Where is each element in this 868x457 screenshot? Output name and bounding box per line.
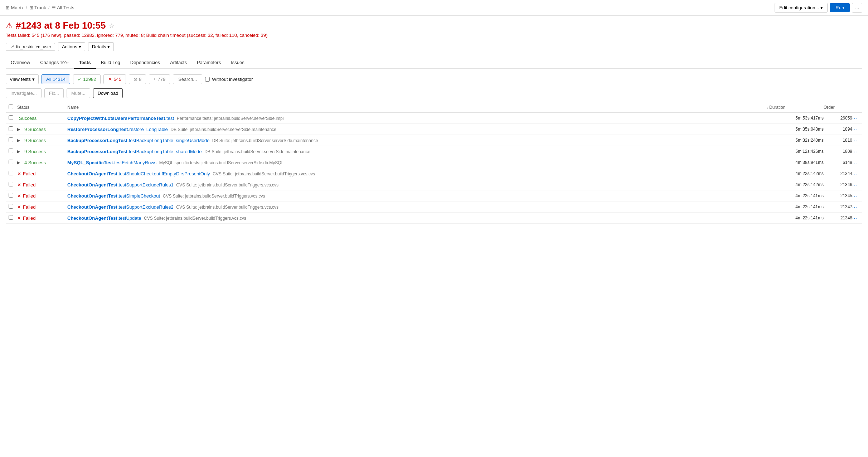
row-more-button[interactable]: ··· bbox=[852, 204, 859, 210]
row-checkbox[interactable] bbox=[9, 204, 13, 209]
tab-issues[interactable]: Issues bbox=[226, 57, 249, 69]
test-method-link[interactable]: testSupportExcludeRules2 bbox=[119, 204, 174, 210]
tab-parameters[interactable]: Parameters bbox=[192, 57, 226, 69]
row-more-button[interactable]: ··· bbox=[852, 116, 859, 121]
filter-bar: View tests ▾ All 14314 ✓ 12982 ✕ 545 ⊘ 8… bbox=[6, 74, 862, 84]
row-checkbox[interactable] bbox=[9, 115, 13, 120]
x-icon: ✕ bbox=[17, 204, 21, 210]
without-investigator-filter[interactable]: Without investigator bbox=[205, 77, 253, 82]
tab-artifacts[interactable]: Artifacts bbox=[165, 57, 192, 69]
test-method-link[interactable]: testUpdate bbox=[119, 215, 141, 221]
row-checkbox[interactable] bbox=[9, 171, 13, 175]
test-suite: CVS Suite: jetbrains.buildServer.buildTr… bbox=[176, 205, 278, 210]
details-button[interactable]: Details ▾ bbox=[88, 42, 114, 51]
mute-button[interactable]: Mute... bbox=[67, 88, 90, 98]
test-class-link[interactable]: CheckoutOnAgentTest bbox=[67, 193, 117, 199]
row-expand-col bbox=[9, 160, 17, 165]
row-more-button[interactable]: ··· bbox=[852, 182, 859, 188]
row-more-button[interactable]: ··· bbox=[852, 215, 859, 221]
row-duration: 4m:38s:941ms bbox=[766, 160, 824, 165]
row-checkbox[interactable] bbox=[9, 193, 13, 198]
row-checkbox[interactable] bbox=[9, 126, 13, 131]
test-class-link[interactable]: MySQL_SpecificTest bbox=[67, 160, 113, 165]
breadcrumb-trunk[interactable]: ⊞ Trunk bbox=[29, 5, 46, 10]
row-more-button[interactable]: ··· bbox=[852, 127, 859, 132]
without-investigator-checkbox[interactable] bbox=[205, 77, 210, 82]
details-label: Details bbox=[92, 44, 106, 49]
fix-button[interactable]: Fix... bbox=[44, 88, 64, 98]
test-class-link[interactable]: BackupProcessorLongTest bbox=[67, 138, 127, 143]
row-order: 21346 bbox=[824, 182, 852, 187]
filter-failed-button[interactable]: ✕ 545 bbox=[103, 74, 126, 84]
expand-arrow-icon[interactable]: ▶ bbox=[17, 149, 20, 154]
tab-overview[interactable]: Overview bbox=[6, 57, 35, 69]
row-checkbox[interactable] bbox=[9, 137, 13, 142]
more-actions-button[interactable]: ··· bbox=[852, 3, 862, 13]
test-method-link[interactable]: testBackupLongTable_sharedMode bbox=[129, 149, 202, 154]
main-content: ⚠ #1243 at 8 Feb 10:55 ☆ Tests failed: 5… bbox=[0, 16, 868, 228]
row-status: ▶ 9 Success bbox=[17, 138, 67, 143]
test-method-link[interactable]: testBackupLongTable_singleUserMode bbox=[129, 138, 209, 143]
test-class-link[interactable]: CheckoutOnAgentTest bbox=[67, 204, 117, 210]
row-checkbox[interactable] bbox=[9, 149, 13, 153]
row-duration: 5m:32s:240ms bbox=[766, 138, 824, 143]
header-duration[interactable]: ↓ Duration bbox=[766, 105, 824, 110]
row-checkbox[interactable] bbox=[9, 160, 13, 164]
view-tests-button[interactable]: View tests ▾ bbox=[6, 74, 39, 84]
row-checkbox[interactable] bbox=[9, 182, 13, 186]
row-more-button[interactable]: ··· bbox=[852, 138, 859, 143]
breadcrumb-alltests[interactable]: ☰ All Tests bbox=[52, 5, 74, 10]
test-class-link[interactable]: CheckoutOnAgentTest bbox=[67, 215, 117, 221]
expand-arrow-icon[interactable]: ▶ bbox=[17, 127, 20, 132]
row-duration: 5m:12s:426ms bbox=[766, 149, 824, 154]
filter-all-button[interactable]: All 14314 bbox=[42, 74, 70, 84]
test-method-link[interactable]: restore_LongTable bbox=[129, 127, 168, 132]
x-icon: ✕ bbox=[17, 182, 21, 188]
tab-changes[interactable]: Changes 100+ bbox=[35, 57, 74, 69]
table-row: ▶ 9 Success BackupProcessorLongTest.test… bbox=[6, 146, 862, 157]
row-more-button[interactable]: ··· bbox=[852, 149, 859, 154]
sort-arrow-icon: ↓ bbox=[766, 106, 768, 110]
test-method-link[interactable]: testSimpleCheckout bbox=[119, 193, 160, 199]
test-method-link[interactable]: testShouldCheckoutIfEmptyDirsPresentOnly bbox=[119, 171, 210, 176]
row-expand-col bbox=[9, 126, 17, 132]
branch-tag[interactable]: ⎇ fix_restricted_user bbox=[6, 43, 55, 51]
test-class-link[interactable]: CopyProjectWithLotsUsersPerformanceTest bbox=[67, 116, 165, 121]
test-class-link[interactable]: RestoreProcessorLongTest bbox=[67, 127, 128, 132]
test-class-link[interactable]: CheckoutOnAgentTest bbox=[67, 182, 117, 188]
star-icon[interactable]: ☆ bbox=[109, 22, 115, 30]
filter-muted-button[interactable]: ⊘ 8 bbox=[129, 74, 146, 84]
run-button[interactable]: Run bbox=[830, 3, 850, 12]
row-status: ▶ 9 Success bbox=[17, 149, 67, 154]
tab-tests[interactable]: Tests bbox=[74, 57, 96, 69]
row-more-button[interactable]: ··· bbox=[852, 171, 859, 176]
view-tests-chevron-icon: ▾ bbox=[32, 77, 35, 82]
tab-buildlog[interactable]: Build Log bbox=[96, 57, 125, 69]
search-button[interactable]: Search... bbox=[173, 74, 202, 84]
row-more-button[interactable]: ··· bbox=[852, 160, 859, 165]
download-button[interactable]: Download bbox=[93, 88, 123, 98]
row-checkbox[interactable] bbox=[9, 215, 13, 220]
test-class-link[interactable]: CheckoutOnAgentTest bbox=[67, 171, 117, 176]
expand-arrow-icon[interactable]: ▶ bbox=[17, 160, 20, 165]
test-method-link[interactable]: testFetchManyRows bbox=[114, 160, 156, 165]
edit-configuration-button[interactable]: Edit configuration... ▾ bbox=[775, 3, 828, 13]
select-all-checkbox[interactable] bbox=[9, 104, 13, 109]
x-icon: ✕ bbox=[17, 193, 21, 199]
filter-passed-button[interactable]: ✓ 12982 bbox=[73, 74, 101, 84]
row-name: MySQL_SpecificTest.testFetchManyRows MyS… bbox=[67, 160, 766, 165]
breadcrumb-sep2: / bbox=[48, 5, 50, 10]
test-method-link[interactable]: testSupportExcludeRules1 bbox=[119, 182, 174, 188]
row-more-button[interactable]: ··· bbox=[852, 193, 859, 199]
tab-dependencies[interactable]: Dependencies bbox=[125, 57, 165, 69]
test-suite: CVS Suite: jetbrains.buildServer.buildTr… bbox=[144, 216, 246, 221]
error-icon: ⚠ bbox=[6, 21, 13, 30]
investigate-button[interactable]: Investigate... bbox=[6, 88, 42, 98]
test-class-link[interactable]: BackupProcessorLongTest bbox=[67, 149, 127, 154]
expand-arrow-icon[interactable]: ▶ bbox=[17, 138, 20, 143]
filter-ignored-button[interactable]: ≈ 779 bbox=[149, 74, 170, 84]
actions-label: Actions bbox=[62, 44, 77, 49]
breadcrumb-matrix[interactable]: ⊞ Matrix bbox=[6, 5, 24, 10]
actions-button[interactable]: Actions ▾ bbox=[58, 42, 85, 51]
test-method-link[interactable]: test bbox=[166, 116, 174, 121]
